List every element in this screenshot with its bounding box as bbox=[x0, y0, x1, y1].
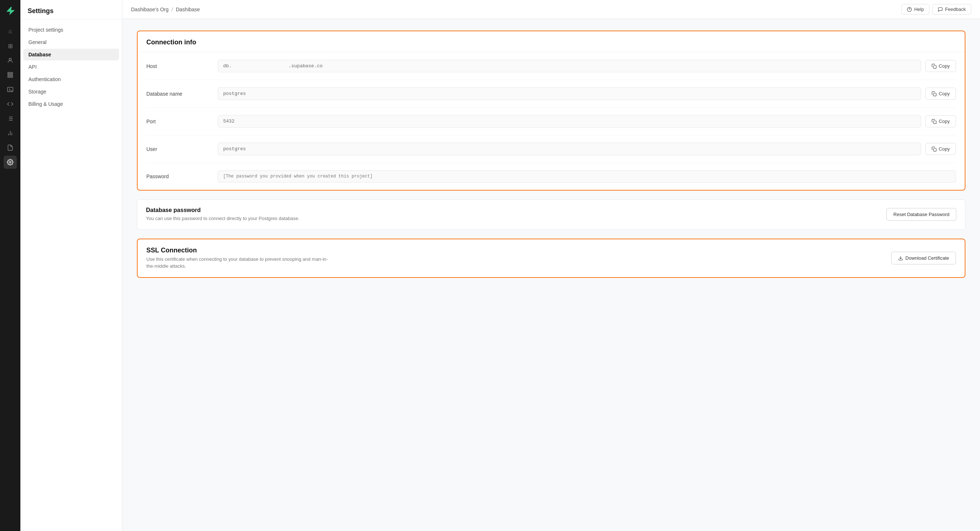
db-password-title: Database password bbox=[146, 207, 300, 214]
port-input[interactable] bbox=[218, 115, 921, 128]
help-button[interactable]: Help bbox=[901, 4, 929, 14]
connection-info-title: Connection info bbox=[146, 38, 956, 46]
breadcrumb-project: Dashibase bbox=[176, 6, 200, 13]
help-icon bbox=[907, 7, 912, 12]
db-name-input[interactable] bbox=[218, 87, 921, 100]
topbar-actions: Help Feedback bbox=[901, 4, 971, 14]
svg-rect-3 bbox=[8, 76, 13, 78]
terminal-icon[interactable] bbox=[4, 83, 17, 96]
svg-rect-19 bbox=[934, 93, 936, 96]
host-row: Host Copy bbox=[146, 52, 956, 80]
sidebar-nav: Project settings General Database API Au… bbox=[21, 20, 122, 114]
ssl-title: SSL Connection bbox=[146, 247, 328, 254]
svg-rect-2 bbox=[8, 74, 13, 76]
icon-rail: ⌂ ⊞ bbox=[0, 0, 21, 531]
connection-info-card: Connection info Host Copy bbox=[137, 30, 966, 190]
user-copy-button[interactable]: Copy bbox=[925, 143, 956, 155]
sidebar-item-database[interactable]: Database bbox=[23, 49, 119, 60]
sidebar-title: Settings bbox=[21, 0, 122, 20]
topbar: Dashibase's Org / Dashibase Help Feedbac… bbox=[123, 0, 980, 19]
password-label: Password bbox=[146, 173, 212, 179]
db-name-label: Database name bbox=[146, 91, 212, 97]
host-value-wrap: Copy bbox=[218, 60, 956, 72]
port-copy-button[interactable]: Copy bbox=[925, 115, 956, 127]
connection-info-header: Connection info bbox=[138, 31, 965, 52]
connection-info-body: Host Copy Database name bbox=[138, 52, 965, 190]
sidebar-item-storage[interactable]: Storage bbox=[23, 86, 119, 97]
db-name-value-wrap: Copy bbox=[218, 87, 956, 100]
ssl-section: SSL Connection Use this certificate when… bbox=[138, 239, 965, 277]
main-area: Dashibase's Org / Dashibase Help Feedbac… bbox=[123, 0, 980, 531]
db-password-section: Database password You can use this passw… bbox=[137, 200, 965, 230]
port-row: Port Copy bbox=[146, 108, 956, 135]
password-row: Password bbox=[146, 163, 956, 190]
docs-icon[interactable] bbox=[4, 141, 17, 154]
copy-icon-4 bbox=[932, 147, 937, 152]
storage-icon[interactable] bbox=[4, 68, 17, 81]
analytics-icon[interactable] bbox=[4, 127, 17, 139]
host-label: Host bbox=[146, 63, 212, 69]
svg-rect-21 bbox=[934, 148, 936, 151]
svg-rect-18 bbox=[934, 65, 936, 68]
breadcrumb: Dashibase's Org / Dashibase bbox=[131, 6, 200, 13]
ssl-card: SSL Connection Use this certificate when… bbox=[137, 239, 966, 278]
list-icon[interactable] bbox=[4, 112, 17, 125]
sidebar-item-project-settings[interactable]: Project settings bbox=[23, 24, 119, 36]
password-value-wrap bbox=[218, 170, 956, 182]
ssl-text: SSL Connection Use this certificate when… bbox=[146, 247, 328, 270]
table-icon[interactable]: ⊞ bbox=[4, 39, 17, 52]
reset-password-button[interactable]: Reset Database Password bbox=[886, 208, 956, 221]
svg-point-15 bbox=[10, 162, 11, 163]
copy-icon-2 bbox=[932, 91, 937, 97]
feedback-button[interactable]: Feedback bbox=[932, 4, 971, 14]
db-password-card: Database password You can use this passw… bbox=[137, 199, 966, 230]
feedback-icon bbox=[938, 7, 943, 12]
ssl-desc: Use this certificate when connecting to … bbox=[146, 256, 328, 270]
svg-rect-1 bbox=[8, 72, 13, 73]
breadcrumb-org: Dashibase's Org bbox=[131, 6, 169, 13]
code-icon[interactable] bbox=[4, 97, 17, 111]
db-name-row: Database name Copy bbox=[146, 80, 956, 108]
user-label: User bbox=[146, 146, 212, 152]
sidebar-item-authentication[interactable]: Authentication bbox=[23, 73, 119, 85]
host-copy-button[interactable]: Copy bbox=[925, 60, 956, 72]
breadcrumb-separator: / bbox=[172, 6, 173, 13]
svg-rect-20 bbox=[934, 121, 936, 124]
users-icon[interactable] bbox=[4, 54, 17, 67]
user-input[interactable] bbox=[218, 143, 921, 155]
sidebar-item-general[interactable]: General bbox=[23, 36, 119, 48]
user-value-wrap: Copy bbox=[218, 143, 956, 155]
app-logo bbox=[4, 4, 17, 17]
copy-icon bbox=[932, 63, 937, 69]
home-icon[interactable]: ⌂ bbox=[4, 25, 17, 38]
port-value-wrap: Copy bbox=[218, 115, 956, 128]
db-name-copy-button[interactable]: Copy bbox=[925, 88, 956, 100]
download-icon bbox=[898, 256, 903, 261]
sidebar: Settings Project settings General Databa… bbox=[21, 0, 123, 531]
db-password-desc: You can use this password to connect dir… bbox=[146, 215, 300, 222]
user-row: User Copy bbox=[146, 135, 956, 163]
settings-icon[interactable] bbox=[4, 156, 17, 169]
sidebar-item-api[interactable]: API bbox=[23, 61, 119, 73]
content: Connection info Host Copy bbox=[123, 19, 980, 531]
copy-icon-3 bbox=[932, 119, 937, 124]
password-input[interactable] bbox=[218, 170, 956, 182]
svg-point-0 bbox=[9, 58, 11, 60]
download-certificate-button[interactable]: Download Certificate bbox=[891, 252, 956, 265]
db-password-text: Database password You can use this passw… bbox=[146, 207, 300, 222]
host-input[interactable] bbox=[218, 60, 921, 72]
port-label: Port bbox=[146, 119, 212, 124]
sidebar-item-billing[interactable]: Billing & Usage bbox=[23, 98, 119, 110]
